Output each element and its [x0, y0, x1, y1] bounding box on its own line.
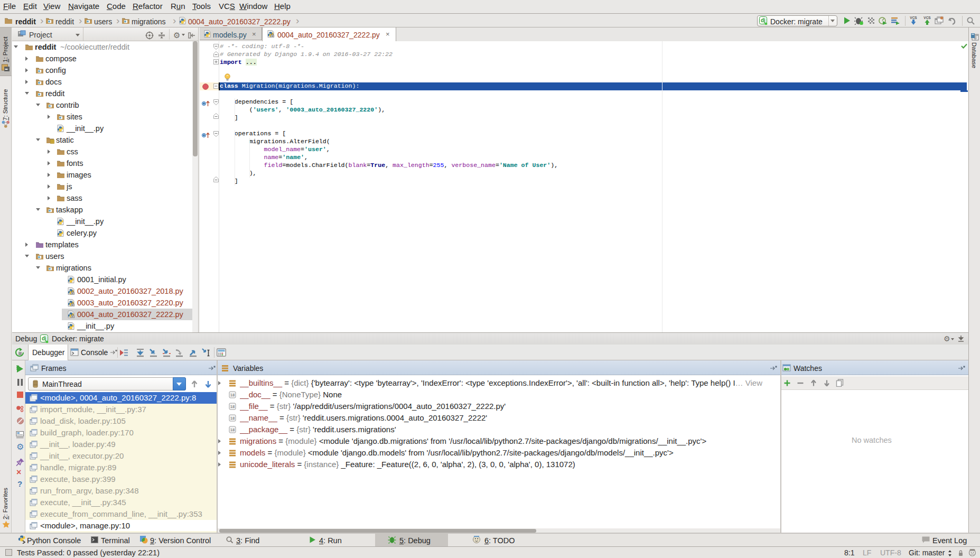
svg-text:VCS: VCS — [910, 16, 917, 20]
svg-text:18: 18 — [230, 416, 235, 421]
svg-text:18: 18 — [230, 404, 235, 409]
svg-text:18: 18 — [230, 427, 235, 432]
svg-text:dj: dj — [761, 17, 766, 23]
svg-text:18: 18 — [230, 393, 235, 397]
svg-text:dj: dj — [42, 336, 46, 341]
svg-text:VCS: VCS — [923, 16, 931, 20]
